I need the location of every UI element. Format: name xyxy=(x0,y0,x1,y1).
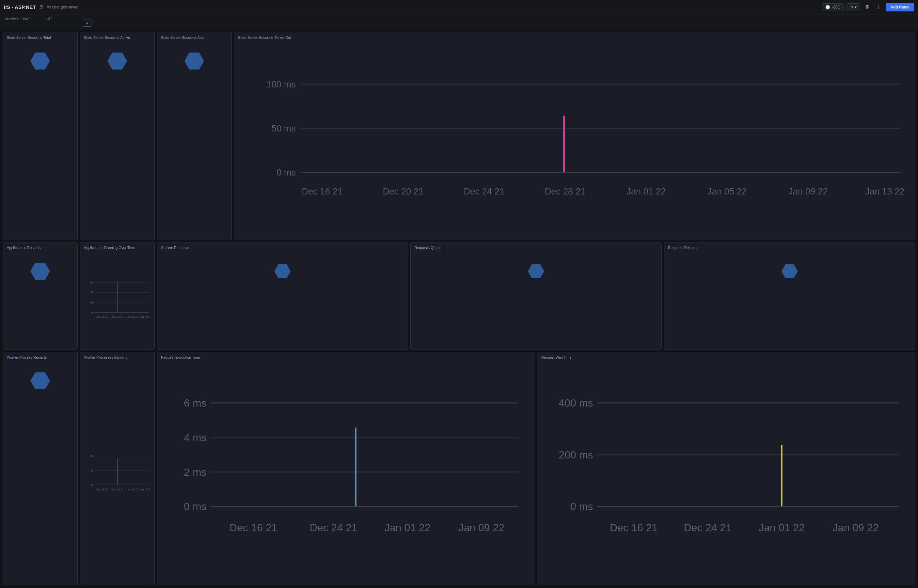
worker-processes-chart: 10 5 0 Dec 16 21 Dec 24 21 Jan 01 22 Jan… xyxy=(84,361,151,585)
svg-text:Jan 01 22: Jan 01 22 xyxy=(126,488,138,491)
topbar: IIS - ASP.NET 🖫 All changes saved 🕐 -30D… xyxy=(0,0,918,15)
stat-display-worker-restarts xyxy=(7,361,73,401)
panel-worker-restarts: Worker Process Restarts xyxy=(3,352,78,585)
svg-text:Jan 09 22: Jan 09 22 xyxy=(788,186,827,196)
filter-button[interactable]: ⚗ xyxy=(863,3,871,11)
hexagon-app-restarts xyxy=(30,263,50,279)
svg-text:Jan 01 22: Jan 01 22 xyxy=(627,186,665,196)
svg-text:Dec 16 21: Dec 16 21 xyxy=(96,488,109,491)
refresh-button[interactable]: ↻ ▾ xyxy=(847,3,860,11)
stat-display-active xyxy=(84,42,151,81)
svg-text:50 ms: 50 ms xyxy=(272,123,296,134)
panel-title-requests-rejected: Requests Rejected xyxy=(668,246,911,250)
svg-text:Jan 09 22: Jan 09 22 xyxy=(458,522,504,533)
panel-title-state-sessions-timed: State Server Sessions Timed Out xyxy=(238,36,911,39)
svg-text:0: 0 xyxy=(91,483,93,486)
panel-title-worker-restarts: Worker Process Restarts xyxy=(7,355,73,359)
svg-text:Dec 20 21: Dec 20 21 xyxy=(383,186,423,196)
panel-request-execution-time: Request Execution Time 6 ms 4 ms 2 ms 0 … xyxy=(157,352,535,585)
svg-text:0 ms: 0 ms xyxy=(277,167,296,178)
svg-text:400 ms: 400 ms xyxy=(559,397,593,409)
svg-text:40: 40 xyxy=(90,291,93,294)
filterbar: webserver_farm * host * + xyxy=(0,15,918,29)
svg-text:Dec 24 21: Dec 24 21 xyxy=(464,186,505,196)
panel-state-sessions-aba: State Server Sessions Aba... xyxy=(157,32,232,240)
svg-text:Dec 16 21: Dec 16 21 xyxy=(610,522,657,533)
svg-text:6 ms: 6 ms xyxy=(184,397,207,409)
add-panel-button[interactable]: Add Panel xyxy=(886,3,914,11)
hexagon-requests-queued xyxy=(528,264,544,278)
save-status: All changes saved xyxy=(47,5,78,10)
request-exec-chart: 6 ms 4 ms 2 ms 0 ms Dec 16 21 Dec 24 21 … xyxy=(161,361,531,585)
svg-text:Jan 01 22: Jan 01 22 xyxy=(759,522,805,533)
webserver-farm-field: webserver_farm * xyxy=(5,17,40,27)
panel-title-app-restarts: Applications Restarts xyxy=(7,246,73,250)
hexagon-active xyxy=(107,53,127,69)
svg-text:0 ms: 0 ms xyxy=(184,501,207,513)
panel-title-current-requests: Current Requests xyxy=(161,246,404,250)
svg-text:20: 20 xyxy=(90,301,93,304)
svg-text:Jan 09 22: Jan 09 22 xyxy=(833,522,879,533)
panel-requests-queued: Requests Queued xyxy=(410,242,662,350)
webserver-farm-input[interactable] xyxy=(5,21,40,27)
panel-state-sessions-timed: State Server Sessions Timed Out 100 ms 5… xyxy=(234,32,915,240)
panel-title-request-wait: Request Wait Time xyxy=(541,355,911,359)
app-title: IIS - ASP.NET xyxy=(4,4,36,10)
panel-title-state-sessions-active: State Server Sessions Active xyxy=(84,36,151,39)
hexagon-current-requests xyxy=(274,264,291,278)
panel-title-app-running: Applications Running Over Time xyxy=(84,246,151,250)
stat-display-current-requests xyxy=(161,252,404,291)
svg-text:Jan 05 22: Jan 05 22 xyxy=(708,186,746,196)
svg-text:Dec 16 21: Dec 16 21 xyxy=(230,522,277,533)
time-range-picker[interactable]: 🕐 -30D xyxy=(822,3,844,11)
dashboard: State Server Sessions Total State Server… xyxy=(0,29,918,588)
svg-text:Dec 16 21: Dec 16 21 xyxy=(302,186,342,196)
panel-worker-processes-running: Worker Processes Running 10 5 0 Dec 16 2… xyxy=(80,352,155,585)
hexagon-total xyxy=(30,53,50,69)
svg-text:2 ms: 2 ms xyxy=(184,466,207,478)
host-label: host * xyxy=(44,17,80,20)
timed-out-chart: 100 ms 50 ms 0 ms Dec 16 21 Dec 20 21 De… xyxy=(238,42,911,240)
panel-request-wait-time: Request Wait Time 400 ms 200 ms 0 ms Dec… xyxy=(537,352,915,585)
panel-title-request-execution: Request Execution Time xyxy=(161,355,531,359)
svg-text:Dec 24 21: Dec 24 21 xyxy=(684,522,732,533)
svg-text:0: 0 xyxy=(91,311,93,314)
svg-text:4 ms: 4 ms xyxy=(184,432,207,443)
clock-icon: 🕐 xyxy=(825,5,830,10)
svg-text:Dec 24 21: Dec 24 21 xyxy=(310,522,358,533)
hexagon-aba xyxy=(185,53,204,69)
hexagon-requests-rejected xyxy=(782,264,798,278)
add-filter-button[interactable]: + xyxy=(83,19,91,27)
host-field: host * xyxy=(44,17,80,27)
svg-text:0 ms: 0 ms xyxy=(570,501,593,513)
topbar-right: 🕐 -30D ↻ ▾ ⚗ ⋮ Add Panel xyxy=(822,3,914,11)
svg-text:Jan 09 22: Jan 09 22 xyxy=(139,488,151,491)
panel-requests-rejected: Requests Rejected xyxy=(664,242,915,350)
row2-right-panels: Current Requests Requests Queued Request… xyxy=(157,242,915,350)
svg-text:10: 10 xyxy=(90,454,93,458)
svg-text:Jan 09 22: Jan 09 22 xyxy=(139,315,151,318)
request-wait-chart: 400 ms 200 ms 0 ms Dec 16 21 Dec 24 21 J… xyxy=(541,361,911,585)
panel-current-requests: Current Requests xyxy=(157,242,408,350)
svg-text:Jan 01 22: Jan 01 22 xyxy=(126,315,138,318)
stat-display-total xyxy=(7,42,73,81)
svg-text:200 ms: 200 ms xyxy=(559,449,593,461)
svg-text:Dec 16 21: Dec 16 21 xyxy=(96,315,109,318)
svg-text:Jan 13 22: Jan 13 22 xyxy=(865,186,904,196)
save-icon[interactable]: 🖫 xyxy=(39,5,44,10)
svg-text:60: 60 xyxy=(90,281,93,284)
refresh-icon: ↻ xyxy=(850,5,853,10)
panel-app-restarts: Applications Restarts xyxy=(3,242,78,350)
svg-text:Dec 24 21: Dec 24 21 xyxy=(111,315,124,318)
panel-app-running-over-time: Applications Running Over Time 60 40 20 … xyxy=(80,242,155,350)
chevron-icon: ▾ xyxy=(855,5,856,10)
panel-title-state-sessions-total: State Server Sessions Total xyxy=(7,36,73,39)
more-menu-button[interactable]: ⋮ xyxy=(874,3,883,11)
panel-state-sessions-active: State Server Sessions Active xyxy=(80,32,155,240)
row3-right-panels: Request Execution Time 6 ms 4 ms 2 ms 0 … xyxy=(157,352,915,585)
panel-title-requests-queued: Requests Queued xyxy=(414,246,658,250)
panel-title-worker-processes: Worker Processes Running xyxy=(84,355,151,359)
stat-display-requests-queued xyxy=(414,252,658,291)
panel-title-state-sessions-aba: State Server Sessions Aba... xyxy=(161,36,228,39)
host-input[interactable] xyxy=(44,21,80,27)
